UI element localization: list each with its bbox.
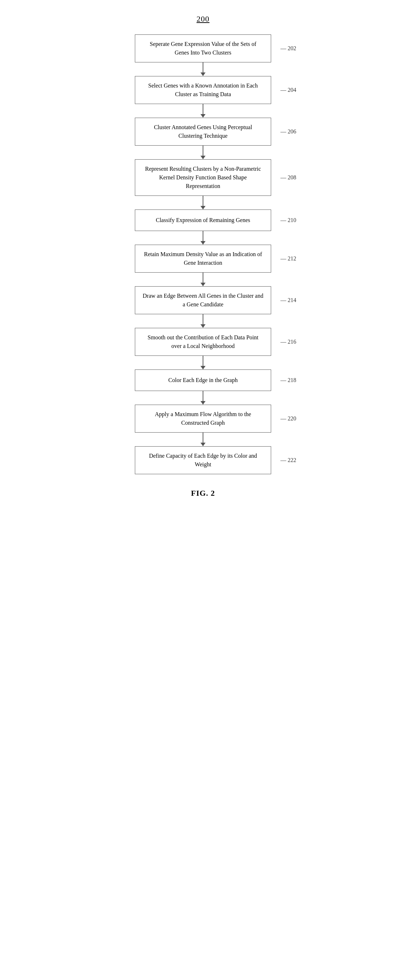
step-label-208: — 208 [280, 174, 296, 181]
step-box-206: Cluster Annotated Genes Using Perceptual… [135, 118, 271, 146]
flow-chart: Seperate Gene Expression Value of the Se… [99, 35, 307, 474]
arrow-down [199, 196, 207, 210]
step-row: Smooth out the Contribution of Each Data… [99, 328, 307, 356]
arrow-line [203, 273, 203, 283]
step-box-218: Color Each Edge in the Graph [135, 369, 271, 391]
arrow-head [201, 366, 205, 369]
step-label-214: — 214 [280, 297, 296, 304]
arrow-down [199, 273, 207, 286]
step-label-202: — 202 [280, 45, 296, 52]
step-row: Seperate Gene Expression Value of the Se… [99, 35, 307, 62]
step-row: Cluster Annotated Genes Using Perceptual… [99, 118, 307, 146]
arrow-line [203, 146, 203, 156]
step-box-202: Seperate Gene Expression Value of the Se… [135, 35, 271, 62]
step-row: Color Each Edge in the Graph— 218 [99, 369, 307, 391]
step-row: Select Genes with a Known Annotation in … [99, 76, 307, 104]
arrow-down [199, 391, 207, 405]
arrow-down [199, 146, 207, 159]
arrow-head [201, 114, 205, 118]
step-label-222: — 222 [280, 457, 296, 463]
arrow-head [201, 206, 205, 210]
page-container: 200 Seperate Gene Expression Value of th… [99, 14, 307, 958]
step-box-220: Apply a Maximum Flow Algorithm to the Co… [135, 405, 271, 433]
arrow-line [203, 231, 203, 241]
step-row: Apply a Maximum Flow Algorithm to the Co… [99, 405, 307, 433]
step-box-212: Retain Maximum Density Value as an Indic… [135, 245, 271, 273]
step-label-220: — 220 [280, 415, 296, 422]
arrow-line [203, 433, 203, 443]
step-label-212: — 212 [280, 255, 296, 262]
step-box-222: Define Capacity of Each Edge by its Colo… [135, 446, 271, 474]
arrow-line [203, 196, 203, 206]
step-row: Retain Maximum Density Value as an Indic… [99, 245, 307, 273]
step-label-204: — 204 [280, 87, 296, 93]
step-row: Classify Expression of Remaining Genes— … [99, 210, 307, 231]
arrow-head [201, 401, 205, 405]
arrow-down [199, 62, 207, 76]
arrow-line [203, 391, 203, 401]
step-label-206: — 206 [280, 129, 296, 135]
arrow-line [203, 62, 203, 72]
arrow-head [201, 283, 205, 286]
arrow-line [203, 104, 203, 114]
step-label-218: — 218 [280, 377, 296, 383]
arrow-down [199, 433, 207, 446]
step-box-214: Draw an Edge Between All Genes in the Cl… [135, 286, 271, 314]
arrow-down [199, 104, 207, 118]
step-label-216: — 216 [280, 339, 296, 345]
arrow-head [201, 72, 205, 76]
step-box-204: Select Genes with a Known Annotation in … [135, 76, 271, 104]
step-row: Define Capacity of Each Edge by its Colo… [99, 446, 307, 474]
arrow-down [199, 356, 207, 369]
step-box-210: Classify Expression of Remaining Genes [135, 210, 271, 231]
arrow-down [199, 314, 207, 328]
step-box-216: Smooth out the Contribution of Each Data… [135, 328, 271, 356]
step-label-210: — 210 [280, 217, 296, 223]
step-row: Represent Resulting Clusters by a Non-Pa… [99, 159, 307, 196]
arrow-line [203, 314, 203, 324]
arrow-head [201, 443, 205, 446]
arrow-down [199, 231, 207, 245]
step-row: Draw an Edge Between All Genes in the Cl… [99, 286, 307, 314]
step-box-208: Represent Resulting Clusters by a Non-Pa… [135, 159, 271, 196]
arrow-head [201, 156, 205, 159]
arrow-line [203, 356, 203, 366]
figure-caption: FIG. 2 [191, 488, 215, 498]
arrow-head [201, 241, 205, 245]
arrow-head [201, 324, 205, 328]
diagram-title: 200 [197, 14, 209, 24]
